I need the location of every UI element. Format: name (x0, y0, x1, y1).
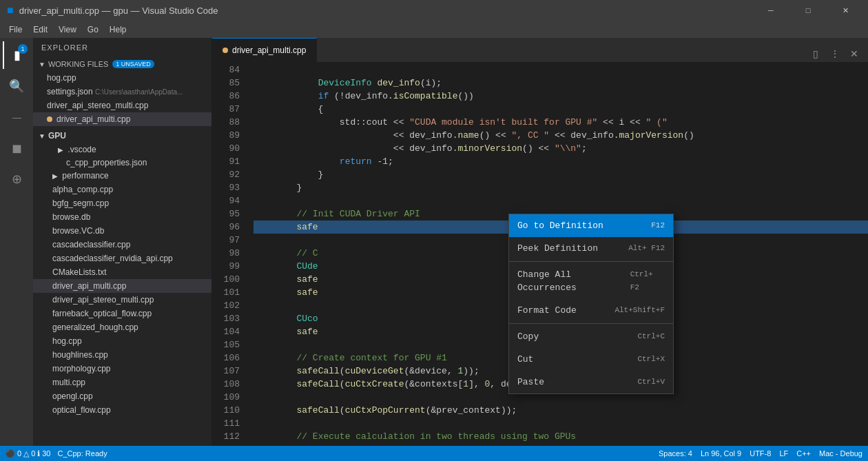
sidebar: EXPLORER ▼ WORKING FILES 1 UNSAVED hog.c… (33, 38, 212, 446)
editor-area: driver_api_multi.cpp ▯ ⋮ ✕ 84 85 86 87 8… (212, 38, 868, 446)
code-line-112: // Execute calculation in two threads us… (254, 430, 868, 443)
ctx-label: Change All Occurrences (517, 268, 630, 294)
code-line-84 (254, 63, 868, 76)
ctx-label: Copy (517, 330, 539, 343)
ctx-shortcut: Alt+ F12 (628, 242, 665, 255)
ctx-separator-1 (509, 261, 673, 262)
code-line-89: << dev_info.name() << ", CC " << dev_inf… (254, 129, 868, 142)
code-line-92: } (254, 168, 868, 181)
ctx-shortcut: F12 (651, 219, 665, 232)
sidebar-item-bgfg[interactable]: bgfg_segm.cpp (33, 196, 211, 210)
ctx-cut[interactable]: Cut Ctrl+X (509, 348, 673, 371)
sidebar-title: EXPLORER (33, 38, 211, 57)
sidebar-item-vscode[interactable]: ▶ .vscode (33, 143, 211, 156)
status-line-col[interactable]: Ln 96, Col 9 (701, 449, 741, 458)
file-label: driver_api_multi.cpp (56, 114, 130, 124)
title-text: driver_api_multi.cpp — gpu — Visual Stud… (19, 6, 218, 16)
close-editor-button[interactable]: ✕ (846, 45, 862, 62)
status-errors[interactable]: ⚫ 0 △ 0 ℹ 30 (6, 449, 51, 458)
working-files-header[interactable]: ▼ WORKING FILES 1 UNSAVED (33, 57, 211, 71)
encoding-text: UTF-8 (750, 449, 771, 458)
ctx-label: Format Code (517, 304, 577, 317)
menu-file[interactable]: File (3, 23, 28, 36)
sidebar-item-cmake[interactable]: CMakeLists.txt (33, 265, 211, 279)
sidebar-item-driver-multi[interactable]: driver_api_multi.cpp (33, 279, 211, 293)
gpu-tree-header[interactable]: ▼ GPU (33, 129, 211, 143)
sidebar-item-generalized[interactable]: generalized_hough.cpp (33, 320, 211, 334)
sidebar-file-hog[interactable]: hog.cpp (33, 71, 211, 85)
warning-count: 0 (31, 449, 35, 458)
maximize-button[interactable]: □ (792, 0, 824, 21)
sidebar-item-multi[interactable]: multi.cpp (33, 376, 211, 389)
ctx-goto-definition[interactable]: Go to Definition F12 (509, 214, 673, 237)
ctx-label: Cut (517, 353, 533, 366)
sidebar-item-cprop[interactable]: c_cpp_properties.json (33, 156, 211, 169)
sidebar-file-stereo[interactable]: driver_api_stereo_multi.cpp (33, 99, 211, 112)
status-right: Spaces: 4 Ln 96, Col 9 UTF-8 LF C++ Mac … (659, 449, 862, 458)
status-language[interactable]: C++ (796, 449, 811, 458)
gpu-label: GPU (48, 131, 66, 141)
sidebar-item-cascade[interactable]: cascadeclassifier.cpp (33, 238, 211, 252)
sidebar-item-optical[interactable]: optical_flow.cpp (33, 403, 211, 417)
menu-bar: File Edit View Go Help (0, 21, 868, 38)
code-line-87: { (254, 103, 868, 116)
sidebar-item-browsedb[interactable]: browse.db (33, 210, 211, 224)
ctx-paste[interactable]: Paste Ctrl+V (509, 371, 673, 393)
warning-icon: △ (23, 449, 29, 458)
ctx-change-occurrences[interactable]: Change All Occurrences Ctrl+ F2 (509, 263, 673, 299)
activity-files[interactable]: ▮ 1 (3, 41, 30, 69)
sidebar-item-driver-stereo[interactable]: driver_api_stereo_multi.cpp (33, 293, 211, 307)
file-label: driver_api_stereo_multi.cpp (47, 101, 148, 110)
activity-extensions[interactable]: ⊕ (3, 165, 30, 193)
code-editor[interactable]: 84 85 86 87 88 89 90 91 92 93 94 95 96 9… (212, 62, 868, 446)
performance-label: performance (62, 171, 108, 181)
activity-search[interactable]: 🔍 (3, 72, 30, 100)
language-text: C++ (796, 449, 811, 458)
unsaved-badge: 1 UNSAVED (112, 60, 154, 68)
sidebar-item-farneback[interactable]: farneback_optical_flow.cpp (33, 307, 211, 320)
git-icon: ⸻ (12, 112, 21, 123)
ctx-peek-definition[interactable]: Peek Definition Alt+ F12 (509, 237, 673, 260)
menu-help[interactable]: Help (104, 23, 132, 36)
activity-git[interactable]: ⸻ (3, 103, 30, 131)
sidebar-item-opengl[interactable]: opengl.cpp (33, 389, 211, 403)
activity-bar: ▮ 1 🔍 ⸻ ◼ ⊕ (0, 38, 33, 446)
file-label: c_cpp_properties.json (66, 158, 147, 167)
ctx-format-code[interactable]: Format Code Alt+Shift+F (509, 299, 673, 322)
sidebar-item-performance[interactable]: ▶ performance (33, 169, 211, 183)
status-spaces[interactable]: Spaces: 4 (659, 449, 692, 458)
sidebar-file-multi[interactable]: driver_api_multi.cpp (33, 112, 211, 126)
info-count: 30 (42, 449, 50, 458)
minimize-button[interactable]: ─ (755, 0, 787, 21)
title-bar-left: ■ driver_api_multi.cpp — gpu — Visual St… (7, 4, 218, 17)
ctx-shortcut: Ctrl+X (637, 353, 665, 366)
sidebar-item-hog[interactable]: hog.cpp (33, 334, 211, 348)
title-bar-controls: ─ □ ✕ (755, 0, 861, 21)
code-line-85: DeviceInfo dev_info(i); (254, 76, 868, 90)
sidebar-item-morphology[interactable]: morphology.cpp (33, 362, 211, 376)
menu-edit[interactable]: Edit (28, 23, 53, 36)
tab-bar: driver_api_multi.cpp ▯ ⋮ ✕ (212, 38, 868, 62)
sidebar-file-settings[interactable]: settings.json C:\Users\aasthan\AppData..… (33, 85, 211, 99)
status-bar: ⚫ 0 △ 0 ℹ 30 C_Cpp: Ready Spaces: 4 Ln 9… (0, 446, 868, 461)
sidebar-item-houghlines[interactable]: houghlines.cpp (33, 348, 211, 362)
title-bar: ■ driver_api_multi.cpp — gpu — Visual St… (0, 0, 868, 21)
status-line-ending[interactable]: LF (779, 449, 788, 458)
split-editor-button[interactable]: ▯ (807, 45, 824, 62)
info-icon: ℹ (37, 449, 40, 458)
ctx-shortcut: Ctrl+V (637, 376, 665, 389)
tab-driver-multi[interactable]: driver_api_multi.cpp (212, 38, 317, 62)
sidebar-item-browsevc[interactable]: browse.VC.db (33, 224, 211, 238)
more-button[interactable]: ⋮ (827, 45, 843, 62)
status-mode[interactable]: Mac - Debug (819, 449, 862, 458)
code-line-90: << dev_info.minorVersion() << "\\n"; (254, 142, 868, 155)
activity-debug[interactable]: ◼ (3, 134, 30, 162)
menu-go[interactable]: Go (82, 23, 104, 36)
sidebar-item-cascade-nv[interactable]: cascadeclassifier_nvidia_api.cpp (33, 252, 211, 265)
close-button[interactable]: ✕ (829, 0, 861, 21)
menu-view[interactable]: View (53, 23, 82, 36)
status-encoding[interactable]: UTF-8 (750, 449, 771, 458)
ctx-copy[interactable]: Copy Ctrl+C (509, 325, 673, 348)
tab-actions: ▯ ⋮ ✕ (802, 45, 868, 62)
sidebar-item-alpha[interactable]: alpha_comp.cpp (33, 183, 211, 196)
